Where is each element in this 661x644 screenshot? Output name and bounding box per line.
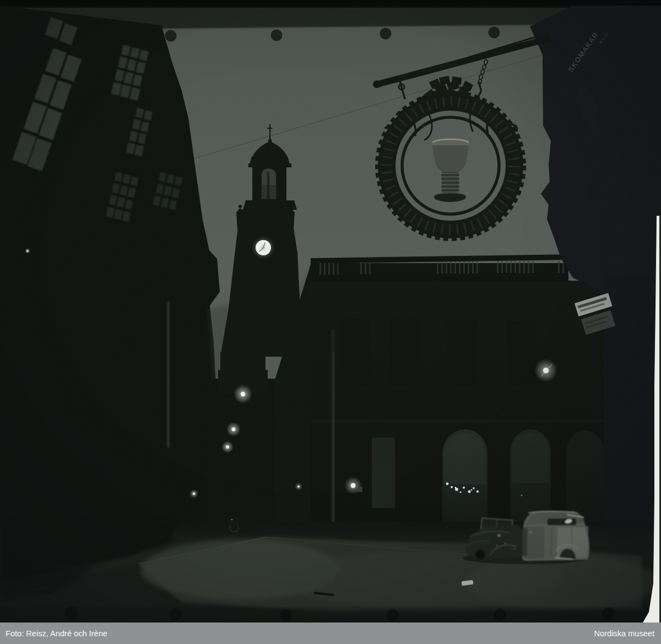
svg-text:Foto: Reisz, André och Irène: Foto: Reisz, André och Irène (6, 629, 107, 638)
svg-text:Nordiska museet: Nordiska museet (594, 629, 655, 638)
